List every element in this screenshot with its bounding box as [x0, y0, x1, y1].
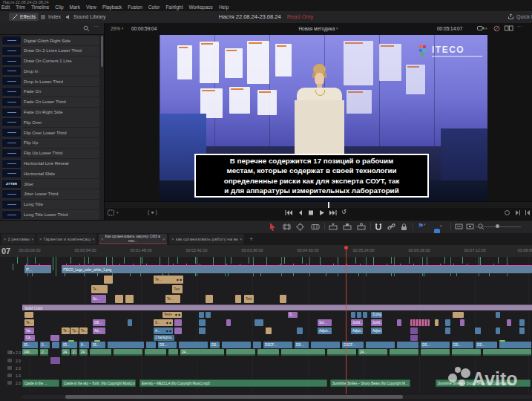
step-back-button[interactable]	[298, 209, 303, 216]
snapping-toggle[interactable]	[375, 223, 382, 231]
timeline-clip[interactable]	[460, 319, 464, 326]
viewer-mode-dropdown[interactable]: ▾	[116, 210, 119, 215]
effect-item-fade-on-lower-third[interactable]: Fade On Lower Third	[1, 97, 99, 107]
effect-item-flip-up[interactable]: Flip Up	[1, 138, 99, 148]
timeline-clip[interactable]	[435, 319, 439, 326]
timeline-clip[interactable]: Solid…	[371, 319, 382, 326]
tab-dropdown-icon[interactable]: ▾	[162, 237, 165, 241]
video-clip-segment[interactable]: DS…	[210, 342, 220, 348]
tab-dropdown-icon[interactable]: ▾	[92, 237, 94, 241]
timeline-clip[interactable]	[199, 327, 206, 334]
camera-icon[interactable]	[477, 25, 485, 31]
video-clip-segment[interactable]	[52, 342, 59, 348]
audio-clip-segment[interactable]	[114, 349, 142, 356]
timeline-clip[interactable]: Adjun…	[351, 327, 363, 334]
video-clip-segment[interactable]	[253, 342, 261, 348]
video-clip-segment[interactable]	[311, 342, 340, 348]
menu-fairlight[interactable]: Fairlight	[165, 4, 183, 10]
audio-clip-segment[interactable]: 240…	[22, 349, 38, 356]
timeline-clip[interactable]	[206, 312, 211, 318]
viewer-right-timecode[interactable]: 00:05:14:07	[437, 26, 462, 31]
next-edit-icon[interactable]	[515, 209, 521, 216]
timeline-clip[interactable]	[445, 319, 450, 326]
audio-clip-segment[interactable]: 24…	[358, 349, 387, 356]
tab-close-icon[interactable]: ×	[4, 237, 7, 241]
zoom-full-extent-icon[interactable]	[455, 223, 463, 230]
timeline-clip[interactable]: Te…◆ ◆	[165, 295, 180, 303]
effect-item-long-title-lower-third[interactable]: Long Title Lower Third	[1, 210, 99, 220]
timeline-tab-1[interactable]: ×2 рекламы▾	[1, 234, 36, 244]
timeline-clip[interactable]	[410, 335, 418, 341]
timeline-clip[interactable]: So…	[91, 295, 106, 303]
effect-item-flip-up-lower-third[interactable]: Flip Up Lower Third	[1, 149, 99, 158]
timeline-ruler[interactable]: 07 00:00:00:0000:00:54:0000:01:48:0000:0…	[0, 245, 532, 258]
effect-item-jitter[interactable]: JITTERJitter	[1, 179, 99, 189]
menu-timeline[interactable]: Timeline	[31, 4, 49, 10]
timeline-clip[interactable]	[199, 319, 206, 326]
timeline-clip[interactable]: Te…	[79, 327, 88, 334]
timeline-clip[interactable]	[115, 295, 123, 303]
timeline-clip[interactable]: Ad…◆ ◆	[93, 327, 105, 334]
insert-clip-button[interactable]	[329, 223, 338, 231]
video-clip-segment[interactable]: 05…	[62, 342, 77, 348]
video-clip-segment[interactable]: DSCF…	[263, 342, 292, 348]
prev-edit-icon[interactable]	[525, 209, 531, 216]
timeline-scrollbar-track[interactable]	[22, 395, 532, 399]
timeline-clip[interactable]: Tp…	[70, 327, 79, 334]
timeline-clip[interactable]	[445, 327, 450, 334]
audio-clip-segment[interactable]: 24…	[62, 349, 70, 356]
timeline-clip[interactable]	[519, 327, 525, 334]
timeline-playhead-head[interactable]	[344, 246, 348, 250]
audio-clip-segment[interactable]: 2…	[71, 349, 77, 356]
timeline-clip[interactable]: Te…	[91, 285, 108, 293]
video-clip-segment[interactable]: DS…	[452, 342, 473, 348]
effect-item-flip-over-lower-third[interactable]: Flip Over Lower Third	[1, 128, 99, 137]
audio-clip-segment[interactable]	[145, 349, 166, 356]
dual-viewer-icon[interactable]	[505, 25, 513, 31]
audio-clip-segment[interactable]	[483, 349, 531, 356]
audio-clip-segment[interactable]	[390, 349, 418, 356]
timeline-clip[interactable]	[397, 319, 401, 326]
video-clip-segment[interactable]	[222, 342, 251, 348]
play-button[interactable]	[319, 209, 325, 216]
video-clip-segment[interactable]: DS…	[421, 342, 450, 348]
timeline-playhead[interactable]	[346, 246, 347, 394]
effect-item-drop-in-lower-third[interactable]: Drop In Lower Third	[1, 76, 99, 86]
music-clip[interactable]: Castle in the …	[22, 379, 59, 387]
audio-clip-segment[interactable]	[421, 349, 450, 356]
timeline-clip[interactable]	[297, 327, 303, 334]
timeline-clip[interactable]: Te…	[62, 327, 70, 334]
panel-options-icon[interactable]: ···	[93, 24, 99, 29]
video-clip-segment[interactable]	[108, 342, 144, 348]
timeline-clip[interactable]	[280, 295, 286, 303]
timeline-clip[interactable]: Solid…	[351, 319, 363, 326]
timeline-clip[interactable]	[235, 295, 241, 303]
audio-clip-segment[interactable]: 24…	[180, 349, 224, 356]
effect-item-fade-on-right-side[interactable]: Fade On Right Side	[1, 108, 99, 117]
viewer-options-icon[interactable]: ···	[517, 24, 522, 29]
timeline-clip[interactable]	[496, 312, 500, 318]
menu-playback[interactable]: Playback	[102, 4, 122, 10]
tab-dropdown-icon[interactable]: ▾	[240, 237, 242, 241]
tab-close-icon[interactable]: ×	[39, 237, 42, 241]
audio-clip-segment[interactable]	[452, 349, 481, 356]
timeline-clip[interactable]	[266, 327, 272, 334]
menu-workspace[interactable]: Workspace	[189, 4, 213, 10]
timeline-clip[interactable]: S…◆ ◆	[154, 319, 173, 326]
timeline-clip[interactable]	[507, 319, 511, 326]
effect-item-flip-over[interactable]: Flip Over	[1, 117, 99, 127]
timeline-clip[interactable]	[410, 327, 418, 334]
zoom-detail-icon[interactable]	[466, 223, 474, 230]
video-clip-segment[interactable]: DS…	[295, 342, 309, 348]
effect-item-jitter-lower-third[interactable]: Jitter Lower Third	[1, 189, 99, 199]
quick-export-button[interactable]: Quick Export	[508, 13, 532, 20]
timeline-clip[interactable]	[128, 319, 132, 326]
video-clip-segment[interactable]: 8…	[79, 342, 89, 348]
timeline-clip[interactable]: Adjun…	[318, 327, 332, 334]
add-timeline-tab-button[interactable]: +	[249, 235, 253, 243]
video-clip-segment[interactable]: 0…	[40, 342, 50, 348]
music-clip[interactable]: Sunshine Smiles – Snoxy Beats (No Copyri…	[436, 379, 531, 387]
timeline-clip[interactable]: Va…	[24, 327, 34, 334]
video-clip-segment[interactable]	[179, 342, 208, 348]
linked-selection-toggle[interactable]	[387, 223, 395, 231]
